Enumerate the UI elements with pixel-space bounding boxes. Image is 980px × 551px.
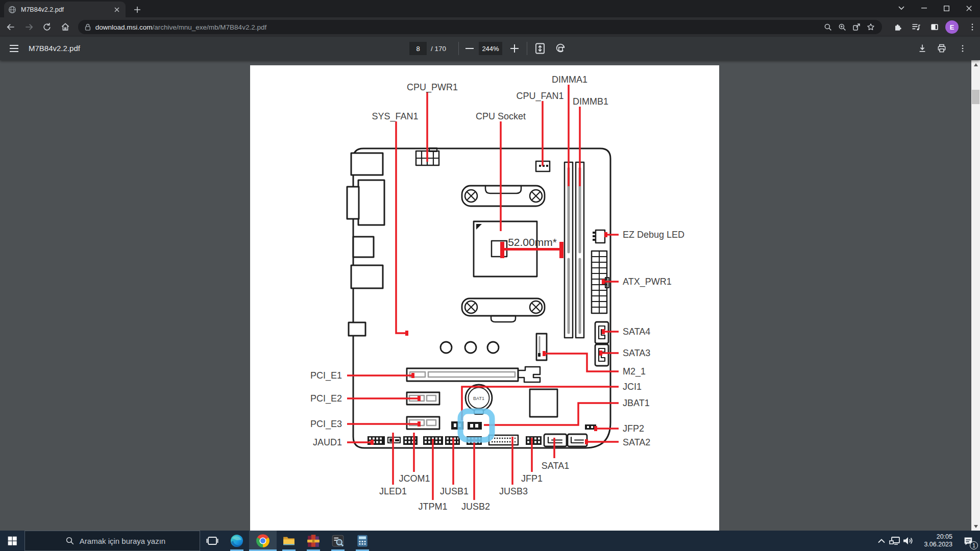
scrollbar-thumb[interactable] xyxy=(972,90,979,104)
clock-time: 20:05 xyxy=(919,533,952,541)
url-text: download.msi.com/archive/mnu_exe/mb/M7B8… xyxy=(95,23,821,31)
tab-title: M7B84v2.2.pdf xyxy=(21,6,112,13)
diagram-label-jled1: JLED1 xyxy=(379,486,407,496)
address-bar: download.msi.com/archive/mnu_exe/mb/M7B8… xyxy=(0,17,980,37)
edge-icon xyxy=(230,534,244,548)
calculator-icon xyxy=(356,534,369,547)
diagram-label-sata1: SATA1 xyxy=(542,461,569,471)
extensions-puzzle-icon[interactable] xyxy=(890,19,905,35)
diagram-label-jtpm1: JTPM1 xyxy=(418,502,447,512)
scrollbar-down-arrow[interactable] xyxy=(971,522,980,531)
browser-tab[interactable]: M7B84v2.2.pdf xyxy=(4,2,126,17)
maximize-button[interactable] xyxy=(935,0,958,16)
tab-close-icon[interactable] xyxy=(112,5,121,14)
reload-button[interactable] xyxy=(39,19,55,35)
hidden-icons-chevron[interactable] xyxy=(875,531,888,551)
page-number-input[interactable] xyxy=(409,42,427,55)
extensions-row: E xyxy=(887,19,980,35)
notification-badge: 1 xyxy=(970,541,978,549)
diagram-label-jusb3: JUSB3 xyxy=(499,486,528,496)
pdf-page: CPU_PWR1 DIMMA1 CPU_FAN1 DIMMB1 SYS_FAN1… xyxy=(0,60,980,531)
diagram-label-pci-e3: PCI_E3 xyxy=(310,419,342,430)
search-glyph-icon xyxy=(65,536,75,545)
zoom-level[interactable]: 244% xyxy=(479,42,502,55)
playlist-extension-icon[interactable] xyxy=(909,19,924,35)
zoom-icon[interactable] xyxy=(835,20,849,34)
zoom-in-button[interactable] xyxy=(507,41,522,56)
diagram-label-pci-e2: PCI_E2 xyxy=(310,393,342,404)
taskbar-search-input[interactable]: Aramak için buraya yazın xyxy=(24,531,200,551)
pdf-viewer: CPU_PWR1 DIMMA1 CPU_FAN1 DIMMB1 SYS_FAN1… xyxy=(0,60,980,531)
taskbar-clock[interactable]: 20:05 3.06.2023 xyxy=(919,533,952,548)
network-icon[interactable] xyxy=(888,531,901,551)
toolbar-divider xyxy=(458,42,459,55)
diagram-label-jaud1: JAUD1 xyxy=(313,437,342,447)
search-placeholder: Aramak için buraya yazın xyxy=(80,537,165,545)
side-panel-icon[interactable] xyxy=(927,19,942,35)
task-view-button[interactable] xyxy=(200,531,225,551)
diagram-battery-label: BAT1 xyxy=(473,396,484,401)
winrar-icon xyxy=(307,534,320,547)
tab-search-chevron-icon[interactable] xyxy=(890,0,913,16)
diagram-label-dimma1: DIMMA1 xyxy=(552,74,587,85)
diagram-label-jusb2: JUSB2 xyxy=(461,502,490,512)
pdf-toolbar: M7B84v2.2.pdf / 170 244% xyxy=(0,37,980,60)
windows-taskbar: Aramak için buraya yazın xyxy=(0,531,980,551)
forward-button[interactable] xyxy=(21,19,37,35)
taskbar-chrome-button[interactable] xyxy=(249,531,277,551)
volume-icon[interactable] xyxy=(901,531,915,551)
diagram-label-sata3: SATA3 xyxy=(623,348,650,358)
start-button[interactable] xyxy=(0,531,24,551)
diagram-label-jusb1: JUSB1 xyxy=(440,486,469,496)
url-domain: download.msi.com xyxy=(95,23,153,31)
url-path: /archive/mnu_exe/mb/M7B84v2.2.pdf xyxy=(153,23,267,31)
profile-avatar[interactable]: E xyxy=(945,20,959,34)
taskbar-magnifier-app-button[interactable] xyxy=(326,531,350,551)
system-tray: 20:05 3.06.2023 1 xyxy=(875,531,980,551)
action-center-button[interactable]: 1 xyxy=(957,531,980,551)
diagram-label-jci1: JCI1 xyxy=(623,382,642,392)
diagram-label-cpu-socket: CPU Socket xyxy=(476,111,526,121)
close-window-button[interactable] xyxy=(958,0,980,16)
diagram-label-cpu-pwr1: CPU_PWR1 xyxy=(407,82,458,93)
scrollbar-up-arrow[interactable] xyxy=(971,60,980,69)
url-omnibox[interactable]: download.msi.com/archive/mnu_exe/mb/M7B8… xyxy=(78,20,882,34)
file-explorer-icon xyxy=(282,534,296,547)
diagram-label-jcom1: JCOM1 xyxy=(399,473,430,484)
back-button[interactable] xyxy=(3,19,18,35)
bookmark-star-icon[interactable] xyxy=(864,20,878,34)
zoom-out-button[interactable] xyxy=(462,41,477,56)
task-view-icon xyxy=(206,535,218,547)
screen: M7B84v2.2.pdf xyxy=(0,0,980,551)
diagram-label-pci-e1: PCI_E1 xyxy=(310,370,342,381)
new-tab-button[interactable] xyxy=(131,3,144,16)
diagram-label-atx-pwr1: ATX_PWR1 xyxy=(623,277,672,287)
diagram-label-sys-fan1: SYS_FAN1 xyxy=(372,111,418,122)
pdf-scrollbar[interactable] xyxy=(971,60,980,531)
taskbar-file-explorer-button[interactable] xyxy=(277,531,301,551)
diagram-label-cpu-fan1: CPU_FAN1 xyxy=(516,91,564,102)
taskbar-calculator-button[interactable] xyxy=(350,531,375,551)
lock-icon xyxy=(84,23,91,31)
search-icon[interactable] xyxy=(821,20,835,34)
print-button[interactable] xyxy=(935,41,949,56)
pdf-more-menu-icon[interactable] xyxy=(955,41,970,56)
share-icon[interactable] xyxy=(849,20,864,34)
rotate-button[interactable] xyxy=(553,41,568,56)
pdf-menu-icon[interactable] xyxy=(8,42,20,55)
taskbar-edge-button[interactable] xyxy=(225,531,249,551)
tab-strip: M7B84v2.2.pdf xyxy=(0,0,980,17)
fit-page-button[interactable] xyxy=(533,41,547,56)
globe-favicon-icon xyxy=(8,6,16,14)
minimize-button[interactable] xyxy=(913,0,935,16)
download-button[interactable] xyxy=(915,41,929,56)
diagram-label-jfp1: JFP1 xyxy=(521,473,543,484)
pdf-title: M7B84v2.2.pdf xyxy=(29,44,80,53)
browser-menu-dots-icon[interactable] xyxy=(965,19,980,35)
toolbar-divider xyxy=(527,42,527,55)
clock-date: 3.06.2023 xyxy=(919,541,952,548)
chrome-icon xyxy=(256,534,270,548)
taskbar-winrar-button[interactable] xyxy=(301,531,326,551)
taskbar-spacer xyxy=(375,531,875,551)
home-button[interactable] xyxy=(58,19,73,35)
